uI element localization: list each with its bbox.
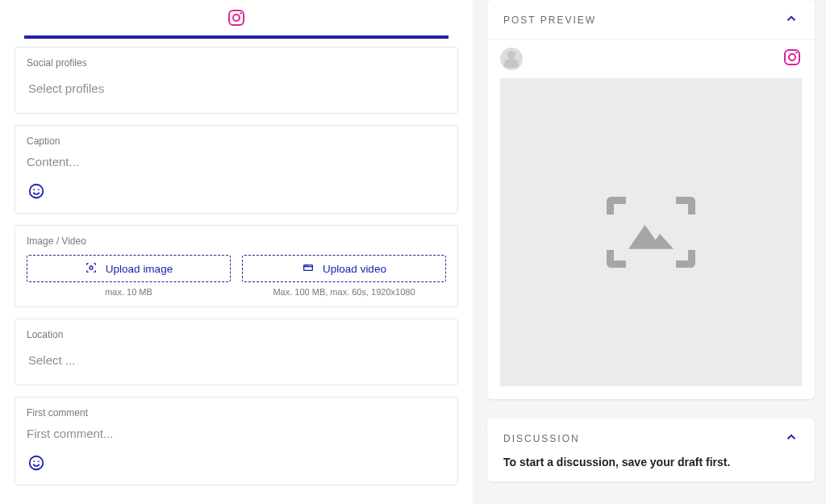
upload-video-hint: Max. 100 MB, max. 60s, 1920x1080 bbox=[273, 287, 415, 297]
upload-video-icon bbox=[302, 261, 315, 277]
discussion-empty-message: To start a discussion, save your draft f… bbox=[487, 456, 815, 481]
svg-point-8 bbox=[30, 456, 44, 470]
location-label: Location bbox=[27, 329, 446, 340]
social-profiles-select[interactable]: Select profiles bbox=[27, 77, 446, 103]
composer-panel: Social profiles Select profiles Caption … bbox=[0, 0, 473, 504]
svg-point-4 bbox=[33, 189, 35, 190]
media-section: Image / Video Upload image max. 10 MB bbox=[15, 225, 458, 307]
post-preview-header[interactable]: POST PREVIEW bbox=[487, 0, 815, 40]
upload-image-button[interactable]: Upload image bbox=[27, 255, 231, 282]
svg-marker-14 bbox=[628, 225, 674, 249]
svg-point-3 bbox=[30, 185, 44, 198]
discussion-title: DISCUSSION bbox=[503, 433, 580, 444]
discussion-card: DISCUSSION To start a discussion, save y… bbox=[487, 419, 815, 481]
upload-image-label: Upload image bbox=[106, 263, 173, 275]
svg-point-10 bbox=[38, 460, 40, 462]
chevron-up-icon bbox=[784, 11, 799, 29]
preview-media-placeholder bbox=[500, 78, 802, 386]
location-section: Location Select ... bbox=[15, 319, 458, 385]
svg-point-6 bbox=[90, 266, 93, 269]
emoji-picker-button[interactable] bbox=[27, 453, 46, 473]
svg-point-9 bbox=[33, 460, 35, 462]
upload-video-button[interactable]: Upload video bbox=[242, 255, 446, 282]
caption-label: Caption bbox=[27, 135, 446, 147]
social-profiles-label: Social profiles bbox=[27, 57, 446, 69]
post-preview-title: POST PREVIEW bbox=[503, 15, 596, 26]
instagram-icon bbox=[782, 48, 802, 70]
first-comment-section: First comment First comment... bbox=[15, 397, 458, 485]
svg-point-12 bbox=[789, 54, 795, 60]
location-select[interactable]: Select ... bbox=[27, 348, 446, 375]
svg-point-13 bbox=[795, 52, 797, 53]
composer-tab-bar bbox=[24, 0, 448, 39]
caption-input[interactable]: Content... bbox=[27, 155, 446, 169]
upload-video-label: Upload video bbox=[323, 263, 386, 275]
first-comment-input[interactable]: First comment... bbox=[27, 427, 446, 440]
caption-section: Caption Content... bbox=[15, 125, 458, 214]
instagram-icon bbox=[227, 8, 246, 27]
emoji-picker-button[interactable] bbox=[27, 181, 46, 201]
media-label: Image / Video bbox=[27, 235, 446, 247]
image-placeholder-icon bbox=[607, 197, 695, 268]
discussion-header[interactable]: DISCUSSION bbox=[487, 419, 815, 456]
svg-point-5 bbox=[38, 189, 40, 190]
avatar bbox=[500, 48, 523, 70]
social-profiles-section: Social profiles Select profiles bbox=[15, 47, 458, 114]
upload-image-icon bbox=[85, 261, 98, 277]
chevron-up-icon bbox=[784, 430, 799, 448]
post-preview-card: POST PREVIEW bbox=[487, 0, 815, 399]
first-comment-label: First comment bbox=[27, 407, 446, 419]
upload-image-hint: max. 10 MB bbox=[105, 287, 152, 297]
svg-point-2 bbox=[240, 12, 241, 14]
svg-point-1 bbox=[233, 15, 240, 21]
